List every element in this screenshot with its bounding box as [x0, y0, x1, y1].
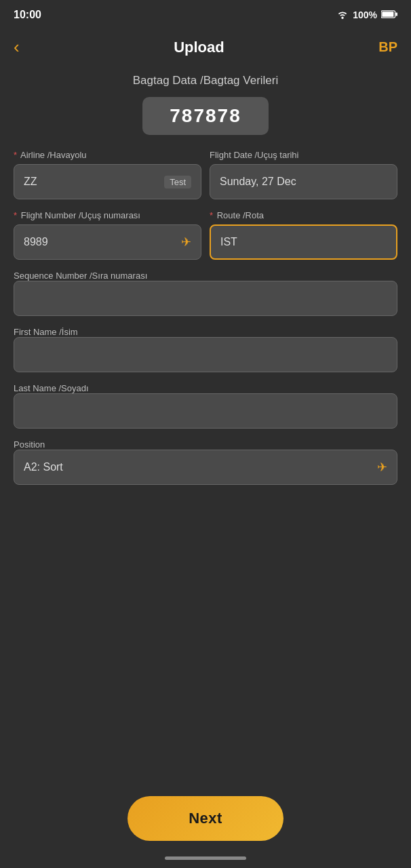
status-time: 10:00 [14, 9, 41, 21]
status-icons: 100% [336, 9, 397, 21]
svg-rect-1 [382, 12, 393, 17]
profile-label[interactable]: BP [378, 39, 397, 55]
lastname-input[interactable] [14, 393, 397, 429]
airline-label: * Airline /Havayolu [14, 150, 201, 160]
airline-group: * Airline /Havayolu ZZ Test [14, 150, 201, 199]
position-value: A2: Sort [24, 461, 63, 473]
svg-rect-2 [395, 12, 397, 16]
bottom-area: Next [0, 796, 411, 841]
route-required-star: * [210, 210, 213, 220]
sequence-group: Sequence Number /Sıra numarası [14, 271, 397, 316]
route-value: IST [220, 236, 237, 248]
flight-date-group: Flight Date /Uçuş tarihi Sunday, 27 Dec [210, 150, 397, 199]
flight-number-value: 8989 [24, 236, 48, 248]
firstname-input[interactable] [14, 337, 397, 372]
page-title: Upload [174, 39, 224, 56]
flight-number-group: * Flight Number /Uçuş numarası 8989 ✈ [14, 210, 201, 260]
position-group: Position A2: Sort ✈ [14, 439, 397, 485]
battery-percentage: 100% [353, 9, 377, 20]
status-bar: 10:00 100% [0, 0, 411, 30]
route-label: * Route /Rota [210, 210, 397, 220]
firstname-label: First Name /İsim [14, 327, 397, 337]
plane-icon-flight: ✈ [181, 235, 191, 250]
route-group: * Route /Rota IST [210, 210, 397, 260]
bagtag-title: Bagtag Data /Bagtag Verileri [14, 74, 397, 87]
next-button[interactable]: Next [128, 796, 283, 841]
airline-badge: Test [164, 176, 191, 189]
header: ‹ Upload BP [0, 30, 411, 67]
flight-date-value: Sunday, 27 Dec [220, 176, 296, 188]
bottom-indicator [165, 856, 246, 860]
position-label: Position [14, 439, 397, 450]
lastname-label: Last Name /Soyadı [14, 383, 397, 393]
battery-icon [381, 9, 397, 21]
position-input[interactable]: A2: Sort ✈ [14, 450, 397, 485]
flight-date-label: Flight Date /Uçuş tarihi [210, 150, 397, 160]
main-content: Bagtag Data /Bagtag Verileri 787878 * Ai… [0, 67, 411, 509]
bagtag-number: 787878 [142, 97, 268, 135]
lastname-group: Last Name /Soyadı [14, 383, 397, 429]
firstname-group: First Name /İsim [14, 327, 397, 372]
airline-value: ZZ [24, 176, 37, 188]
route-input[interactable]: IST [210, 224, 397, 260]
sequence-input[interactable] [14, 281, 397, 316]
airline-required-star: * [14, 150, 17, 160]
form-row-airline-date: * Airline /Havayolu ZZ Test Flight Date … [14, 150, 397, 199]
wifi-icon [336, 9, 349, 21]
back-button[interactable]: ‹ [14, 37, 20, 58]
plane-icon-position: ✈ [377, 460, 387, 475]
bagtag-number-container: 787878 [14, 97, 397, 135]
flight-date-input[interactable]: Sunday, 27 Dec [210, 164, 397, 199]
flight-number-required-star: * [14, 210, 17, 220]
flight-number-input[interactable]: 8989 ✈ [14, 224, 201, 260]
sequence-label: Sequence Number /Sıra numarası [14, 271, 397, 281]
flight-number-label: * Flight Number /Uçuş numarası [14, 210, 201, 220]
airline-input[interactable]: ZZ Test [14, 164, 201, 199]
form-row-flight-route: * Flight Number /Uçuş numarası 8989 ✈ * … [14, 210, 397, 260]
